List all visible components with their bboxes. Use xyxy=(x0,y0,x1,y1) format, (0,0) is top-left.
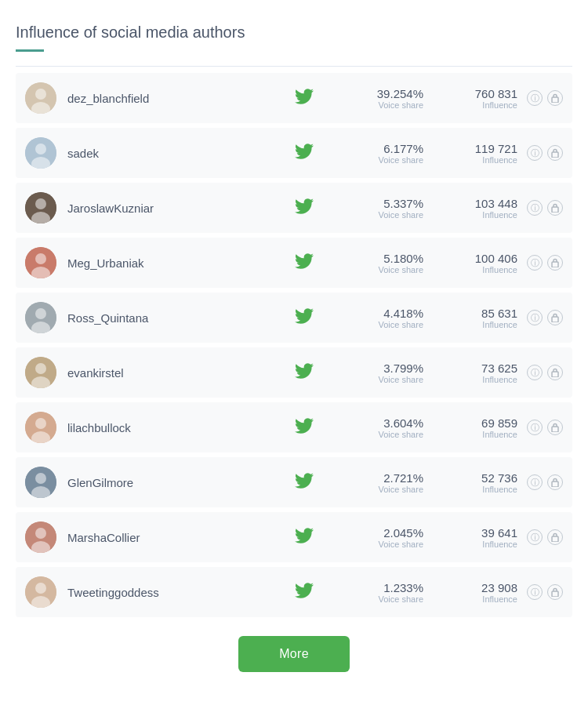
twitter-icon xyxy=(295,252,314,274)
avatar xyxy=(25,412,56,443)
author-name: Tweetinggoddess xyxy=(67,586,295,599)
lock-icon[interactable] xyxy=(547,145,563,161)
influence-label: Influence xyxy=(447,375,517,384)
influence-value: 23 908 xyxy=(447,581,517,594)
table-row: Meg_Urbaniak 5.180% Voice share 100 406 … xyxy=(16,238,572,288)
info-icon[interactable]: ⓘ xyxy=(527,584,543,600)
info-icon[interactable]: ⓘ xyxy=(527,90,543,106)
info-icon[interactable]: ⓘ xyxy=(527,255,543,271)
lock-icon[interactable] xyxy=(547,365,563,380)
svg-rect-31 xyxy=(552,482,558,487)
voice-share-block: 4.418% Voice share xyxy=(345,307,423,329)
voice-share-percent: 5.180% xyxy=(345,252,423,265)
influence-value: 69 859 xyxy=(447,416,517,430)
action-icons: ⓘ xyxy=(527,474,563,490)
voice-share-block: 2.045% Voice share xyxy=(345,526,423,549)
action-icons: ⓘ xyxy=(527,584,563,600)
avatar xyxy=(25,467,56,498)
influence-label: Influence xyxy=(447,594,517,604)
voice-share-label: Voice share xyxy=(345,265,423,274)
voice-share-block: 3.604% Voice share xyxy=(345,416,423,439)
twitter-icon xyxy=(295,526,314,549)
voice-share-percent: 6.177% xyxy=(345,142,423,155)
info-icon[interactable]: ⓘ xyxy=(527,474,543,490)
voice-share-label: Voice share xyxy=(345,155,423,165)
more-button[interactable]: More xyxy=(238,636,350,672)
influence-value: 85 631 xyxy=(447,307,517,320)
voice-share-block: 3.799% Voice share xyxy=(345,362,423,384)
lock-icon[interactable] xyxy=(547,90,563,106)
voice-share-block: 2.721% Voice share xyxy=(345,471,423,494)
action-icons: ⓘ xyxy=(527,90,563,106)
action-icons: ⓘ xyxy=(527,310,563,325)
twitter-icon xyxy=(295,142,314,165)
lock-icon[interactable] xyxy=(547,420,563,435)
twitter-icon xyxy=(295,416,314,439)
action-icons: ⓘ xyxy=(527,200,563,216)
main-container: Influence of social media authors dez_bl… xyxy=(0,0,588,703)
influence-label: Influence xyxy=(447,540,517,549)
svg-point-13 xyxy=(35,253,46,264)
voice-share-percent: 3.604% xyxy=(345,416,423,430)
table-row: dez_blanchfield 39.254% Voice share 760 … xyxy=(16,73,572,123)
avatar xyxy=(25,137,56,169)
table-row: Tweetinggoddess 1.233% Voice share 23 90… xyxy=(16,567,572,617)
lock-icon[interactable] xyxy=(547,584,563,600)
info-icon[interactable]: ⓘ xyxy=(527,529,543,545)
author-name: lilachbullock xyxy=(67,421,295,434)
info-icon[interactable]: ⓘ xyxy=(527,200,543,216)
voice-share-percent: 2.721% xyxy=(345,471,423,485)
svg-rect-27 xyxy=(552,427,558,432)
twitter-icon xyxy=(295,87,314,110)
svg-point-21 xyxy=(35,363,46,374)
twitter-icon xyxy=(295,197,314,220)
info-icon[interactable]: ⓘ xyxy=(527,365,543,380)
table-row: evankirstel 3.799% Voice share 73 625 In… xyxy=(16,347,572,398)
lock-icon[interactable] xyxy=(547,529,563,545)
table-row: JaroslawKuzniar 5.337% Voice share 103 4… xyxy=(16,183,572,233)
voice-share-block: 39.254% Voice share xyxy=(345,87,423,110)
influence-label: Influence xyxy=(447,210,517,220)
authors-list: dez_blanchfield 39.254% Voice share 760 … xyxy=(16,73,572,617)
twitter-icon xyxy=(295,307,314,329)
lock-icon[interactable] xyxy=(547,200,563,216)
page-title: Influence of social media authors xyxy=(16,24,572,42)
title-underline xyxy=(16,49,44,52)
lock-icon[interactable] xyxy=(547,474,563,490)
info-icon[interactable]: ⓘ xyxy=(527,310,543,325)
table-row: lilachbullock 3.604% Voice share 69 859 … xyxy=(16,402,572,452)
twitter-icon xyxy=(295,471,314,494)
svg-rect-11 xyxy=(552,207,558,213)
voice-share-percent: 3.799% xyxy=(345,362,423,375)
svg-point-9 xyxy=(35,198,46,209)
svg-rect-3 xyxy=(552,97,558,103)
voice-share-block: 1.233% Voice share xyxy=(345,581,423,604)
action-icons: ⓘ xyxy=(527,255,563,271)
table-row: MarshaCollier 2.045% Voice share 39 641 … xyxy=(16,512,572,562)
influence-value: 119 721 xyxy=(447,142,517,155)
influence-value: 39 641 xyxy=(447,526,517,540)
influence-block: 760 831 Influence xyxy=(447,87,517,110)
voice-share-percent: 4.418% xyxy=(345,307,423,320)
voice-share-block: 5.180% Voice share xyxy=(345,252,423,274)
lock-icon[interactable] xyxy=(547,255,563,271)
influence-block: 73 625 Influence xyxy=(447,362,517,384)
voice-share-label: Voice share xyxy=(345,540,423,549)
avatar xyxy=(25,521,56,553)
lock-icon[interactable] xyxy=(547,310,563,325)
voice-share-label: Voice share xyxy=(345,375,423,384)
svg-point-33 xyxy=(35,528,46,539)
info-icon[interactable]: ⓘ xyxy=(527,420,543,435)
influence-value: 100 406 xyxy=(447,252,517,265)
avatar xyxy=(25,247,56,278)
voice-share-percent: 1.233% xyxy=(345,581,423,594)
svg-rect-7 xyxy=(552,152,558,158)
influence-block: 100 406 Influence xyxy=(447,252,517,274)
info-icon[interactable]: ⓘ xyxy=(527,145,543,161)
voice-share-percent: 5.337% xyxy=(345,197,423,210)
influence-block: 39 641 Influence xyxy=(447,526,517,549)
influence-value: 52 736 xyxy=(447,471,517,485)
author-name: Meg_Urbaniak xyxy=(67,256,295,270)
avatar xyxy=(25,192,56,223)
svg-point-37 xyxy=(35,583,46,594)
